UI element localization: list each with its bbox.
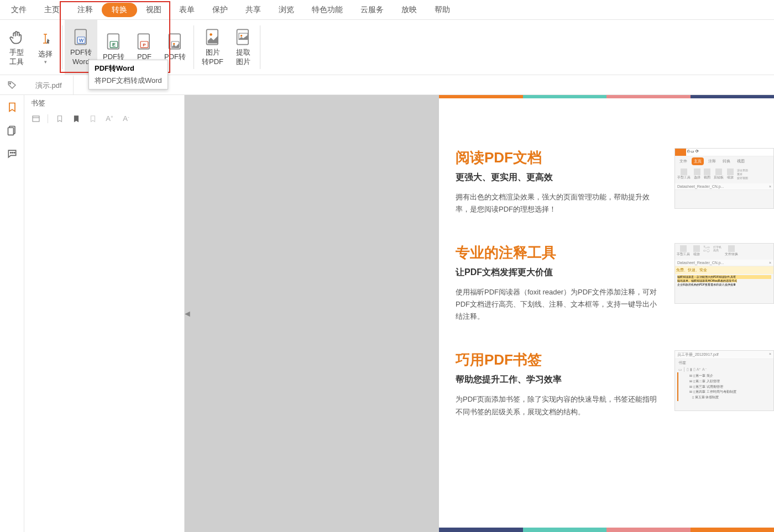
menu-bar: 文件 主页 注释 转换 视图 表单 保护 共享 浏览 特色功能 云服务 放映 帮… <box>0 0 774 20</box>
feature-thumbnail: 手型工具 缩放 T₀ ▭▭ ◯ 打字机 高亮 文件转换 <box>674 243 774 304</box>
svg-point-16 <box>240 35 242 36</box>
svg-point-21 <box>12 152 13 154</box>
feature-thumbnail: ⎙▭⟳ 文件 主页 注释 转换 视图 手型工具 <box>674 148 774 209</box>
main-area: 书签 A+ A- ◄ <box>0 95 774 532</box>
pdf-page-preview: 阅读PDF文档 更强大、更实用、更高效 拥有出色的文档渲染效果，强大的页面管理功… <box>439 95 774 532</box>
select-button[interactable]: 选择 ▾ <box>31 20 60 75</box>
panel-collapse-handle[interactable]: ◄ <box>185 303 190 325</box>
img-to-pdf-button[interactable]: 图片 转PDF <box>196 20 229 75</box>
svg-point-22 <box>14 152 15 154</box>
bookmark-toolbar: A+ A- <box>24 112 184 126</box>
bookmark-panel-title: 书签 <box>24 95 184 112</box>
feature-thumbnail: 员工手册_20120917.pdf × 书签 ▭ │ ▯ ▮ ▯ A⁺ A⁻ ⊞… <box>674 350 774 411</box>
bm-add-filled-icon[interactable] <box>71 114 81 124</box>
svg-point-17 <box>9 82 11 83</box>
menu-file[interactable]: 文件 <box>2 3 35 17</box>
hand-icon <box>8 28 25 46</box>
svg-rect-23 <box>33 116 39 122</box>
bm-remove-icon[interactable] <box>88 114 98 124</box>
tooltip-title: PDF转Word <box>95 64 162 73</box>
menu-form[interactable]: 表单 <box>170 3 203 17</box>
pdf-word-icon: W <box>72 28 90 46</box>
image-pdf-icon <box>204 28 222 46</box>
feature-block: 阅读PDF文档 更强大、更实用、更高效 拥有出色的文档渲染效果，强大的页面管理功… <box>456 148 774 215</box>
tooltip: PDF转Word 将PDF文档转成Word <box>88 60 168 89</box>
bm-font-decrease-icon[interactable]: A- <box>121 114 131 124</box>
pdf-excel-icon: E <box>105 33 123 50</box>
svg-text:E: E <box>112 42 115 48</box>
feature-description: 使用福昕PDF阅读器（foxit reader）为PDF文件添加注释，可对PDF… <box>456 286 663 323</box>
svg-text:W: W <box>79 38 83 43</box>
menu-help[interactable]: 帮助 <box>426 3 459 17</box>
svg-text:P: P <box>143 43 146 48</box>
menu-convert[interactable]: 转换 <box>102 3 137 17</box>
decorative-color-bar-bottom <box>439 528 774 532</box>
pdf-image-icon <box>166 33 184 50</box>
decorative-color-bar-top <box>439 95 774 98</box>
page-margin-area <box>185 95 439 532</box>
feature-subtitle: 让PDF文档发挥更大价值 <box>456 267 663 278</box>
svg-point-13 <box>210 33 212 36</box>
feature-description: 拥有出色的文档渲染效果，强大的页面管理功能，帮助提升效率，是您阅读PDF的理想选… <box>456 191 663 215</box>
svg-point-20 <box>10 152 11 154</box>
dropdown-caret-icon: ▾ <box>44 59 47 65</box>
extract-image-icon <box>234 28 252 46</box>
hand-tool-button[interactable]: 手型 工具 <box>2 20 31 75</box>
menu-browse[interactable]: 浏览 <box>270 3 303 17</box>
select-text-icon <box>36 30 54 48</box>
bm-font-increase-icon[interactable]: A+ <box>104 114 114 124</box>
document-viewport: ◄ 阅读PDF文档 更强大、更实用、更高效 拥有出色的文档渲染效果，强大的页面管… <box>185 95 774 532</box>
comments-icon[interactable] <box>6 147 19 160</box>
feature-title: 阅读PDF文档 <box>456 148 663 167</box>
feature-title: 专业的注释工具 <box>456 243 663 262</box>
tooltip-desc: 将PDF文档转成Word <box>95 76 162 86</box>
left-icon-sidebar <box>0 95 24 532</box>
menu-special[interactable]: 特色功能 <box>303 3 352 17</box>
feature-subtitle: 帮助您提升工作、学习效率 <box>456 374 663 386</box>
menu-cloud[interactable]: 云服务 <box>352 3 393 17</box>
feature-title: 巧用PDF书签 <box>456 350 663 370</box>
menu-annotate[interactable]: 注释 <box>69 3 102 17</box>
menu-protect[interactable]: 保护 <box>203 3 237 17</box>
bookmark-panel: 书签 A+ A- <box>24 95 185 532</box>
feature-subtitle: 更强大、更实用、更高效 <box>456 172 663 183</box>
feature-description: 为PDF页面添加书签，除了实现内容的快速导航，书签还能指明不同书签的层级关系，展… <box>456 393 663 418</box>
svg-rect-19 <box>8 128 13 135</box>
bm-expand-icon[interactable] <box>31 114 41 124</box>
pages-icon[interactable] <box>6 124 19 137</box>
menu-slideshow[interactable]: 放映 <box>393 3 426 17</box>
tab-tag-icon[interactable] <box>0 80 24 90</box>
feature-block: 巧用PDF书签 帮助您提升工作、学习效率 为PDF页面添加书签，除了实现内容的快… <box>456 350 774 418</box>
menu-home[interactable]: 主页 <box>35 3 69 17</box>
extract-img-button[interactable]: 提取 图片 <box>229 20 258 75</box>
feature-block: 专业的注释工具 让PDF文档发挥更大价值 使用福昕PDF阅读器（foxit re… <box>456 243 774 323</box>
bookmark-icon[interactable] <box>6 101 19 114</box>
file-tab[interactable]: 演示.pdf <box>24 75 74 94</box>
menu-share[interactable]: 共享 <box>237 3 270 17</box>
menu-view[interactable]: 视图 <box>137 3 170 17</box>
bm-add-icon[interactable] <box>55 114 65 124</box>
pdf-generic-icon: P <box>135 33 153 50</box>
